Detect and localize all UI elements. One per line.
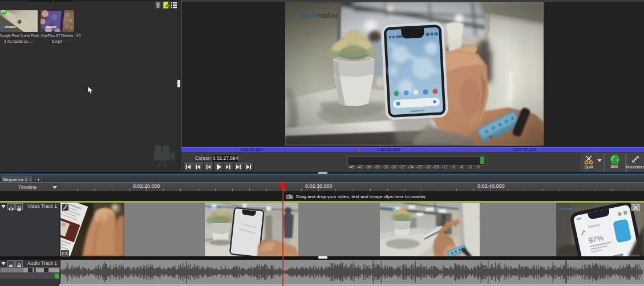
svg-text:chrader: chrader bbox=[5, 25, 16, 29]
svg-text:FX: FX bbox=[62, 250, 68, 256]
svg-text:techradar: techradar bbox=[208, 206, 221, 209]
svg-text:chrader: chrader bbox=[46, 25, 56, 29]
svg-text:techradar: techradar bbox=[560, 207, 573, 210]
svg-text:techradar: techradar bbox=[383, 207, 396, 210]
svg-text:♪: ♪ bbox=[32, 25, 35, 32]
svg-text:♪: ♪ bbox=[69, 25, 72, 32]
